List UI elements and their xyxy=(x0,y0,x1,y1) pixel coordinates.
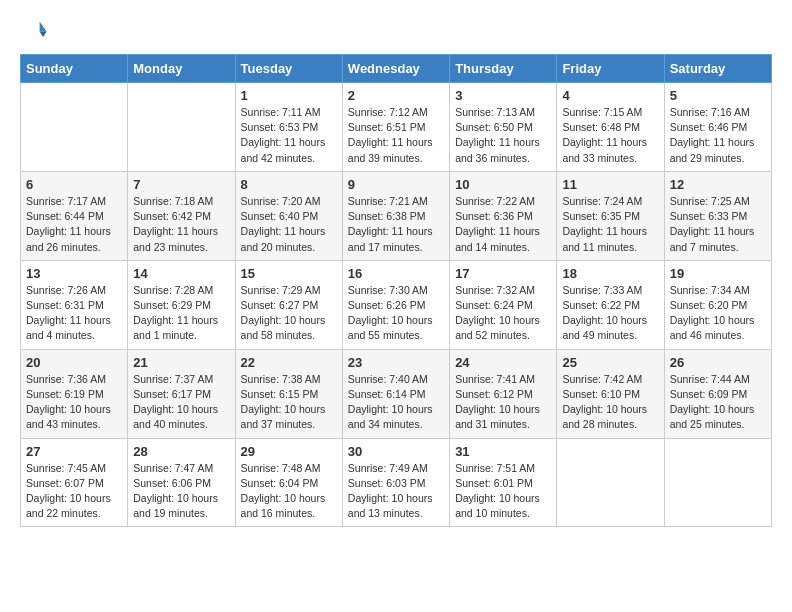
calendar-cell: 3Sunrise: 7:13 AMSunset: 6:50 PMDaylight… xyxy=(450,83,557,172)
calendar-cell xyxy=(128,83,235,172)
day-info: Sunrise: 7:29 AMSunset: 6:27 PMDaylight:… xyxy=(241,283,337,344)
day-info: Sunrise: 7:16 AMSunset: 6:46 PMDaylight:… xyxy=(670,105,766,166)
day-number: 1 xyxy=(241,88,337,103)
day-info: Sunrise: 7:13 AMSunset: 6:50 PMDaylight:… xyxy=(455,105,551,166)
calendar-week-1: 1Sunrise: 7:11 AMSunset: 6:53 PMDaylight… xyxy=(21,83,772,172)
day-number: 7 xyxy=(133,177,229,192)
col-header-friday: Friday xyxy=(557,55,664,83)
calendar-week-5: 27Sunrise: 7:45 AMSunset: 6:07 PMDayligh… xyxy=(21,438,772,527)
calendar-cell: 27Sunrise: 7:45 AMSunset: 6:07 PMDayligh… xyxy=(21,438,128,527)
col-header-sunday: Sunday xyxy=(21,55,128,83)
calendar-cell: 4Sunrise: 7:15 AMSunset: 6:48 PMDaylight… xyxy=(557,83,664,172)
calendar-cell: 15Sunrise: 7:29 AMSunset: 6:27 PMDayligh… xyxy=(235,260,342,349)
calendar-cell: 6Sunrise: 7:17 AMSunset: 6:44 PMDaylight… xyxy=(21,171,128,260)
day-number: 4 xyxy=(562,88,658,103)
day-info: Sunrise: 7:15 AMSunset: 6:48 PMDaylight:… xyxy=(562,105,658,166)
calendar-cell: 26Sunrise: 7:44 AMSunset: 6:09 PMDayligh… xyxy=(664,349,771,438)
day-info: Sunrise: 7:22 AMSunset: 6:36 PMDaylight:… xyxy=(455,194,551,255)
day-info: Sunrise: 7:44 AMSunset: 6:09 PMDaylight:… xyxy=(670,372,766,433)
calendar-table: SundayMondayTuesdayWednesdayThursdayFrid… xyxy=(20,54,772,527)
day-info: Sunrise: 7:34 AMSunset: 6:20 PMDaylight:… xyxy=(670,283,766,344)
day-info: Sunrise: 7:51 AMSunset: 6:01 PMDaylight:… xyxy=(455,461,551,522)
day-number: 28 xyxy=(133,444,229,459)
calendar-week-2: 6Sunrise: 7:17 AMSunset: 6:44 PMDaylight… xyxy=(21,171,772,260)
logo xyxy=(20,16,52,44)
calendar-cell: 20Sunrise: 7:36 AMSunset: 6:19 PMDayligh… xyxy=(21,349,128,438)
calendar-cell: 31Sunrise: 7:51 AMSunset: 6:01 PMDayligh… xyxy=(450,438,557,527)
day-info: Sunrise: 7:20 AMSunset: 6:40 PMDaylight:… xyxy=(241,194,337,255)
day-info: Sunrise: 7:41 AMSunset: 6:12 PMDaylight:… xyxy=(455,372,551,433)
col-header-thursday: Thursday xyxy=(450,55,557,83)
day-info: Sunrise: 7:48 AMSunset: 6:04 PMDaylight:… xyxy=(241,461,337,522)
calendar-cell: 30Sunrise: 7:49 AMSunset: 6:03 PMDayligh… xyxy=(342,438,449,527)
day-info: Sunrise: 7:25 AMSunset: 6:33 PMDaylight:… xyxy=(670,194,766,255)
day-number: 14 xyxy=(133,266,229,281)
day-number: 11 xyxy=(562,177,658,192)
day-info: Sunrise: 7:28 AMSunset: 6:29 PMDaylight:… xyxy=(133,283,229,344)
day-info: Sunrise: 7:30 AMSunset: 6:26 PMDaylight:… xyxy=(348,283,444,344)
day-info: Sunrise: 7:24 AMSunset: 6:35 PMDaylight:… xyxy=(562,194,658,255)
calendar-cell: 24Sunrise: 7:41 AMSunset: 6:12 PMDayligh… xyxy=(450,349,557,438)
day-info: Sunrise: 7:32 AMSunset: 6:24 PMDaylight:… xyxy=(455,283,551,344)
day-number: 19 xyxy=(670,266,766,281)
calendar-cell: 16Sunrise: 7:30 AMSunset: 6:26 PMDayligh… xyxy=(342,260,449,349)
calendar-cell: 2Sunrise: 7:12 AMSunset: 6:51 PMDaylight… xyxy=(342,83,449,172)
day-number: 15 xyxy=(241,266,337,281)
logo-icon xyxy=(20,16,48,44)
header xyxy=(20,16,772,44)
day-info: Sunrise: 7:18 AMSunset: 6:42 PMDaylight:… xyxy=(133,194,229,255)
calendar-cell: 18Sunrise: 7:33 AMSunset: 6:22 PMDayligh… xyxy=(557,260,664,349)
day-number: 10 xyxy=(455,177,551,192)
day-info: Sunrise: 7:37 AMSunset: 6:17 PMDaylight:… xyxy=(133,372,229,433)
calendar-cell: 12Sunrise: 7:25 AMSunset: 6:33 PMDayligh… xyxy=(664,171,771,260)
calendar-cell: 7Sunrise: 7:18 AMSunset: 6:42 PMDaylight… xyxy=(128,171,235,260)
calendar-header-row: SundayMondayTuesdayWednesdayThursdayFrid… xyxy=(21,55,772,83)
day-number: 3 xyxy=(455,88,551,103)
page: SundayMondayTuesdayWednesdayThursdayFrid… xyxy=(0,0,792,543)
calendar-cell: 28Sunrise: 7:47 AMSunset: 6:06 PMDayligh… xyxy=(128,438,235,527)
day-number: 8 xyxy=(241,177,337,192)
col-header-tuesday: Tuesday xyxy=(235,55,342,83)
day-number: 17 xyxy=(455,266,551,281)
day-info: Sunrise: 7:45 AMSunset: 6:07 PMDaylight:… xyxy=(26,461,122,522)
day-number: 23 xyxy=(348,355,444,370)
day-number: 20 xyxy=(26,355,122,370)
col-header-monday: Monday xyxy=(128,55,235,83)
day-number: 6 xyxy=(26,177,122,192)
day-number: 18 xyxy=(562,266,658,281)
day-number: 31 xyxy=(455,444,551,459)
calendar-cell: 13Sunrise: 7:26 AMSunset: 6:31 PMDayligh… xyxy=(21,260,128,349)
day-info: Sunrise: 7:36 AMSunset: 6:19 PMDaylight:… xyxy=(26,372,122,433)
day-number: 5 xyxy=(670,88,766,103)
calendar-cell: 9Sunrise: 7:21 AMSunset: 6:38 PMDaylight… xyxy=(342,171,449,260)
col-header-wednesday: Wednesday xyxy=(342,55,449,83)
day-number: 25 xyxy=(562,355,658,370)
calendar-cell: 22Sunrise: 7:38 AMSunset: 6:15 PMDayligh… xyxy=(235,349,342,438)
calendar-cell xyxy=(664,438,771,527)
day-number: 13 xyxy=(26,266,122,281)
day-info: Sunrise: 7:42 AMSunset: 6:10 PMDaylight:… xyxy=(562,372,658,433)
calendar-cell: 19Sunrise: 7:34 AMSunset: 6:20 PMDayligh… xyxy=(664,260,771,349)
day-info: Sunrise: 7:21 AMSunset: 6:38 PMDaylight:… xyxy=(348,194,444,255)
calendar-cell: 25Sunrise: 7:42 AMSunset: 6:10 PMDayligh… xyxy=(557,349,664,438)
calendar-week-4: 20Sunrise: 7:36 AMSunset: 6:19 PMDayligh… xyxy=(21,349,772,438)
day-info: Sunrise: 7:12 AMSunset: 6:51 PMDaylight:… xyxy=(348,105,444,166)
day-number: 27 xyxy=(26,444,122,459)
svg-marker-0 xyxy=(40,22,47,32)
day-info: Sunrise: 7:17 AMSunset: 6:44 PMDaylight:… xyxy=(26,194,122,255)
day-info: Sunrise: 7:38 AMSunset: 6:15 PMDaylight:… xyxy=(241,372,337,433)
day-info: Sunrise: 7:11 AMSunset: 6:53 PMDaylight:… xyxy=(241,105,337,166)
day-info: Sunrise: 7:49 AMSunset: 6:03 PMDaylight:… xyxy=(348,461,444,522)
calendar-cell: 11Sunrise: 7:24 AMSunset: 6:35 PMDayligh… xyxy=(557,171,664,260)
col-header-saturday: Saturday xyxy=(664,55,771,83)
day-number: 26 xyxy=(670,355,766,370)
day-number: 21 xyxy=(133,355,229,370)
calendar-cell xyxy=(21,83,128,172)
calendar-cell xyxy=(557,438,664,527)
day-number: 2 xyxy=(348,88,444,103)
calendar-cell: 8Sunrise: 7:20 AMSunset: 6:40 PMDaylight… xyxy=(235,171,342,260)
calendar-cell: 1Sunrise: 7:11 AMSunset: 6:53 PMDaylight… xyxy=(235,83,342,172)
calendar-cell: 17Sunrise: 7:32 AMSunset: 6:24 PMDayligh… xyxy=(450,260,557,349)
day-info: Sunrise: 7:26 AMSunset: 6:31 PMDaylight:… xyxy=(26,283,122,344)
day-info: Sunrise: 7:33 AMSunset: 6:22 PMDaylight:… xyxy=(562,283,658,344)
